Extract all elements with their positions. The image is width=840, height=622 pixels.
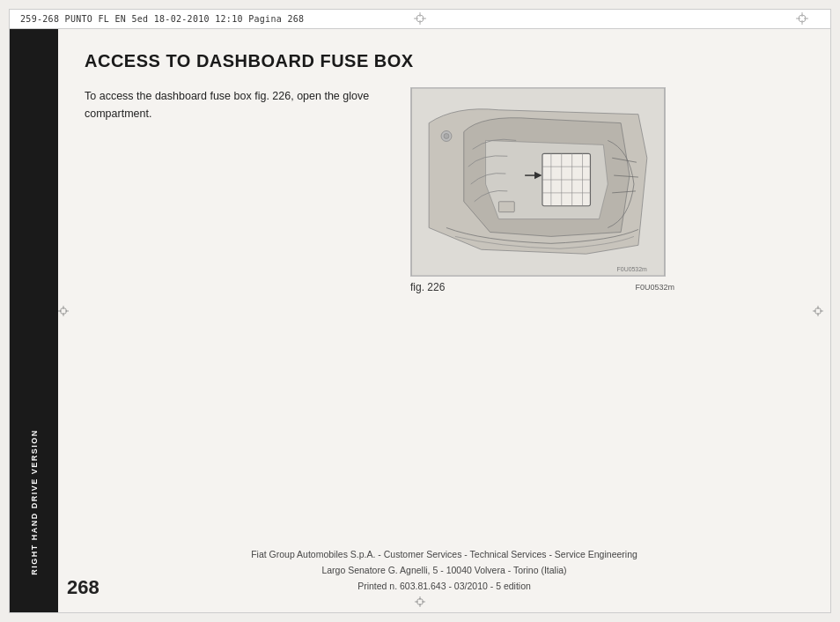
footer-line-2: Largo Senatore G. Agnelli, 5 - 10040 Vol…: [58, 563, 830, 579]
footer-line-1: Fiat Group Automobiles S.p.A. - Customer…: [58, 547, 830, 563]
print-info-text: 259-268 PUNTO FL EN 5ed 18-02-2010 12:10…: [20, 14, 304, 24]
page-container: 259-268 PUNTO FL EN 5ed 18-02-2010 12:10…: [9, 9, 831, 613]
svg-text:F0U0532m: F0U0532m: [617, 266, 647, 272]
left-sidebar: RIGHT HAND DRIVE VERSION: [10, 29, 58, 612]
diagram-caption: fig. 226 F0U0532m: [410, 281, 674, 293]
diagram-section: F0U0532m fig. 226 F0U0532m: [410, 87, 674, 293]
print-header: 259-268 PUNTO FL EN 5ed 18-02-2010 12:10…: [10, 10, 830, 29]
body-text: To access the dashboard fuse box fig. 22…: [85, 87, 384, 122]
figure-label: fig. 226: [410, 281, 445, 293]
diagram-box: F0U0532m: [410, 87, 666, 277]
crosshair-top-center-icon: [414, 12, 426, 25]
svg-point-35: [444, 134, 449, 139]
footer-line-3: Printed n. 603.81.643 - 03/2010 - 5 edit…: [58, 579, 830, 595]
page-title: ACCESS TO DASHBOARD FUSE BOX: [85, 51, 804, 71]
svg-rect-36: [498, 202, 514, 212]
text-section: To access the dashboard fuse box fig. 22…: [85, 87, 384, 122]
diagram-svg: F0U0532m: [411, 88, 665, 276]
main-content: ACCESS TO DASHBOARD FUSE BOX To access t…: [58, 29, 830, 612]
crosshair-top-right-icon: [796, 12, 808, 25]
sidebar-label: RIGHT HAND DRIVE VERSION: [30, 429, 39, 575]
footer: Fiat Group Automobiles S.p.A. - Customer…: [58, 547, 830, 595]
figure-code: F0U0532m: [635, 283, 674, 292]
content-row: To access the dashboard fuse box fig. 22…: [85, 87, 804, 293]
